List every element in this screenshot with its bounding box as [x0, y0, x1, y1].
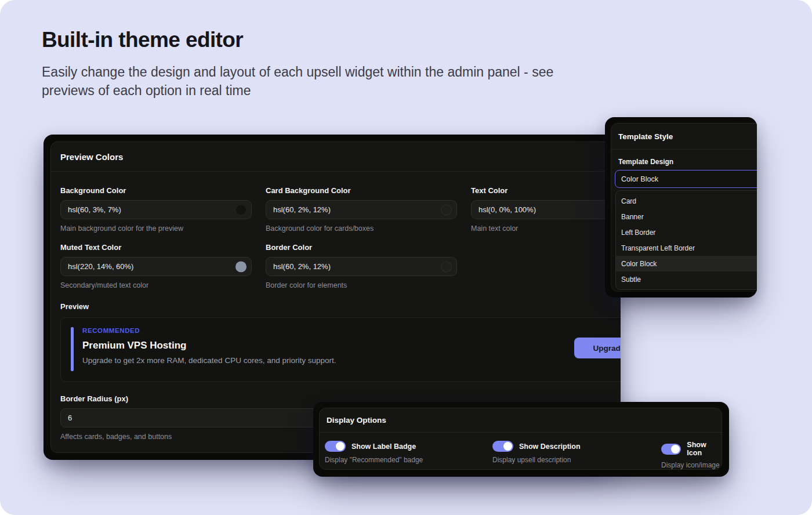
field-helper: Secondary/muted text color	[60, 281, 252, 289]
toggle-knob	[336, 442, 345, 451]
color-swatch[interactable]	[441, 261, 452, 272]
template-design-select[interactable]: Color Block	[615, 170, 757, 188]
upsell-description: Upgrade to get 2x more RAM, dedicated CP…	[82, 356, 336, 365]
selected-option-value: Color Block	[621, 175, 658, 183]
dropdown-option-card[interactable]: Card	[616, 193, 757, 209]
show-icon-toggle[interactable]	[661, 444, 681, 455]
upgrade-now-button[interactable]: Upgrade Now	[574, 338, 621, 358]
field-helper: Main background color for the preview	[60, 224, 252, 233]
show-description-toggle[interactable]	[492, 441, 513, 452]
color-fields-grid: Background Color hsl(60, 3%, 7%) Main ba…	[60, 186, 621, 289]
dropdown-option-banner[interactable]: Banner	[616, 209, 757, 224]
page-subtitle-line1: Easily change the design and layout of e…	[42, 63, 553, 81]
field-label: Text Color	[471, 186, 621, 195]
preview-colors-title: Preview Colors	[51, 142, 621, 172]
recommended-badge: RECOMMENDED	[82, 327, 140, 334]
field-helper: Main text color	[471, 224, 621, 233]
field-label: Background Color	[60, 186, 252, 195]
field-value: hsl(60, 3%, 7%)	[68, 205, 121, 214]
dropdown-option-color-block[interactable]: Color Block	[616, 256, 757, 271]
template-style-card: Template Style Template Design Color Blo…	[611, 123, 757, 292]
toggle-description: Display "Recommended" badge	[325, 456, 492, 464]
toggle-label: Show Description	[519, 443, 581, 451]
toggle-description: Display upsell description	[492, 456, 661, 464]
toggle-description: Display icon/image	[661, 461, 722, 469]
color-swatch[interactable]	[441, 204, 452, 215]
template-design-label: Template Design	[618, 158, 673, 166]
toggle-group-show-icon: Show Icon Display icon/image	[661, 441, 722, 469]
toggle-group-show-label-badge: Show Label Badge Display "Recommended" b…	[325, 441, 492, 469]
display-toggles-row: Show Label Badge Display "Recommended" b…	[325, 441, 722, 469]
feature-screenshot: Built-in theme editor Easily change the …	[0, 0, 812, 515]
field-text-color: Text Color hsl(0, 0%, 100%) Main text co…	[471, 186, 621, 233]
field-value: hsl(220, 14%, 60%)	[68, 262, 133, 271]
field-border-color: Border Color hsl(60, 2%, 12%) Border col…	[266, 243, 457, 289]
field-label: Border Color	[266, 243, 457, 252]
dropdown-option-transparent-left-border[interactable]: Transparent Left Border	[616, 240, 757, 256]
field-muted-text-color: Muted Text Color hsl(220, 14%, 60%) Seco…	[60, 243, 252, 289]
show-label-badge-toggle[interactable]	[325, 441, 346, 452]
field-background-color: Background Color hsl(60, 3%, 7%) Main ba…	[60, 186, 252, 233]
card-background-color-input[interactable]: hsl(60, 2%, 12%)	[266, 200, 457, 219]
border-color-input[interactable]: hsl(60, 2%, 12%)	[266, 257, 457, 276]
background-color-input[interactable]: hsl(60, 3%, 7%)	[60, 200, 252, 219]
dropdown-option-left-border[interactable]: Left Border	[616, 224, 757, 240]
page-title: Built-in theme editor	[42, 28, 243, 52]
field-card-background-color: Card Background Color hsl(60, 2%, 12%) B…	[266, 186, 457, 233]
dropdown-option-subtle[interactable]: Subtle	[616, 271, 757, 287]
field-value: hsl(0, 0%, 100%)	[478, 205, 536, 214]
template-style-title: Template Style	[611, 124, 757, 150]
field-label: Card Background Color	[266, 186, 457, 195]
color-swatch[interactable]	[235, 204, 246, 215]
field-label: Muted Text Color	[60, 243, 252, 252]
toggle-label: Show Label Badge	[351, 443, 416, 451]
upsell-preview-card: RECOMMENDED Premium VPS Hosting Upgrade …	[60, 317, 621, 382]
page-subtitle: Easily change the design and layout of e…	[42, 63, 553, 100]
page-subtitle-line2: previews of each option in real time	[42, 81, 553, 100]
display-options-panel: Display Options Show Label Badge Display…	[313, 402, 729, 477]
display-options-card: Display Options Show Label Badge Display…	[319, 408, 722, 470]
preview-colors-content: Background Color hsl(60, 3%, 7%) Main ba…	[60, 172, 621, 441]
field-helper: Background color for cards/boxes	[266, 224, 457, 233]
field-helper: Border color for elements	[266, 281, 457, 289]
toggle-group-show-description: Show Description Display upsell descript…	[492, 441, 661, 469]
toggle-knob	[671, 445, 680, 454]
field-value: hsl(60, 2%, 12%)	[273, 262, 331, 271]
toggle-knob	[503, 442, 512, 451]
upsell-title: Premium VPS Hosting	[82, 340, 186, 351]
template-style-panel: Template Style Template Design Color Blo…	[605, 117, 757, 298]
template-design-dropdown: Card Banner Left Border Transparent Left…	[615, 190, 757, 290]
color-swatch[interactable]	[235, 261, 246, 272]
field-value: hsl(60, 2%, 12%)	[273, 205, 331, 214]
field-value: 6	[68, 414, 72, 422]
display-options-title: Display Options	[320, 408, 722, 433]
accent-stripe	[71, 327, 74, 371]
toggle-label: Show Icon	[687, 441, 722, 457]
muted-text-color-input[interactable]: hsl(220, 14%, 60%)	[60, 257, 252, 276]
text-color-input[interactable]: hsl(0, 0%, 100%)	[471, 200, 621, 219]
preview-section-label: Preview	[60, 302, 621, 311]
